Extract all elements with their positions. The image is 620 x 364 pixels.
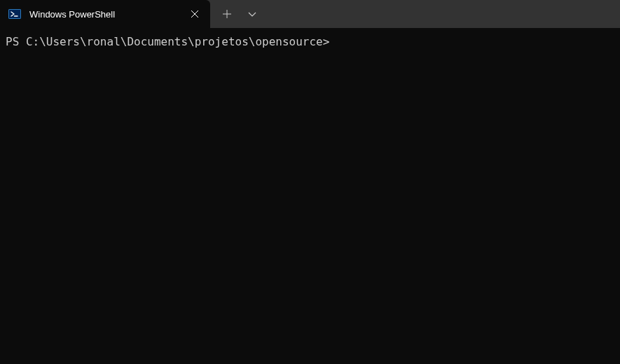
powershell-icon: [8, 8, 21, 20]
tab-title: Windows PowerShell: [29, 9, 185, 20]
chevron-down-icon: [248, 10, 256, 18]
tab-powershell[interactable]: Windows PowerShell: [0, 0, 210, 28]
close-tab-button[interactable]: [185, 4, 205, 24]
plus-icon: [223, 10, 231, 18]
titlebar-actions: [210, 0, 265, 28]
prompt: PS C:\Users\ronal\Documents\projetos\ope…: [6, 35, 329, 48]
cursor: [336, 36, 343, 49]
titlebar: Windows PowerShell: [0, 0, 620, 28]
new-tab-button[interactable]: [214, 0, 240, 28]
svg-rect-0: [8, 9, 21, 19]
dropdown-button[interactable]: [240, 0, 265, 28]
terminal-content[interactable]: PS C:\Users\ronal\Documents\projetos\ope…: [0, 28, 620, 364]
close-icon: [191, 10, 199, 18]
